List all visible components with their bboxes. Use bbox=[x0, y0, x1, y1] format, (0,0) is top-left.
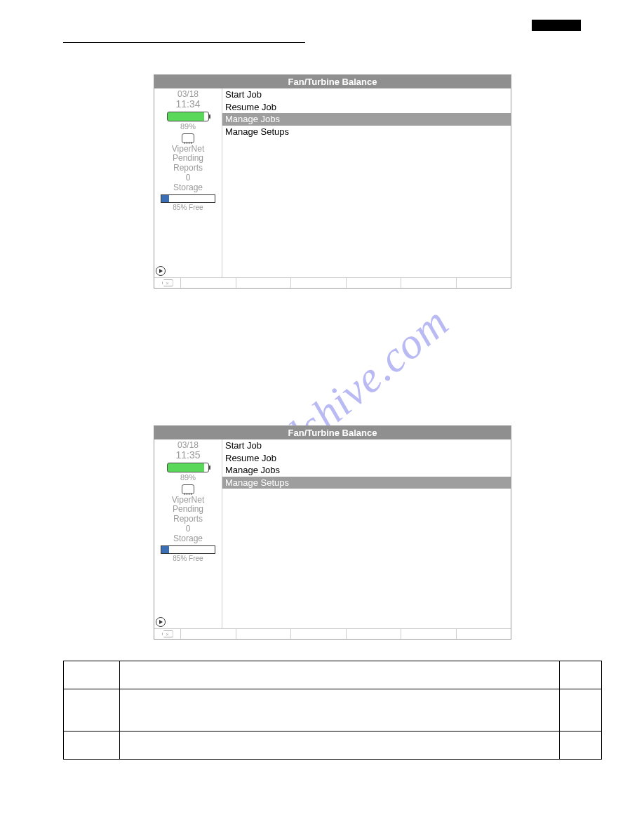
reference-table bbox=[63, 661, 602, 760]
table-row bbox=[64, 689, 602, 732]
page-header-blackbox bbox=[532, 20, 581, 31]
softkey-row: × bbox=[154, 278, 511, 288]
reports-count: 0 bbox=[172, 524, 204, 534]
device-screenshot-1: Fan/Turbine Balance 03/18 11:34 89% Vipe… bbox=[154, 74, 511, 289]
storage-free: 85% Free bbox=[173, 555, 203, 562]
storage-label: Storage bbox=[172, 183, 204, 193]
backspace-icon: × bbox=[162, 630, 173, 637]
backspace-icon: × bbox=[162, 279, 173, 286]
menu-item-manage-setups[interactable]: Manage Setups bbox=[222, 126, 511, 138]
battery-percent: 89% bbox=[180, 473, 196, 482]
softkey-4[interactable] bbox=[347, 629, 402, 639]
ethernet-icon bbox=[182, 133, 194, 143]
main-menu: Start Job Resume Job Manage Jobs Manage … bbox=[222, 439, 511, 628]
softkey-2[interactable] bbox=[236, 629, 292, 639]
softkey-back[interactable]: × bbox=[154, 629, 181, 639]
reports-label: Reports bbox=[172, 515, 204, 524]
reports-label: Reports bbox=[172, 164, 204, 173]
storage-bar bbox=[161, 545, 215, 554]
softkey-4[interactable] bbox=[347, 278, 402, 288]
softkey-3[interactable] bbox=[291, 629, 347, 639]
window-title: Fan/Turbine Balance bbox=[154, 75, 511, 88]
battery-icon bbox=[167, 112, 209, 121]
status-sidebar: 03/18 11:34 89% ViperNet Pending Reports… bbox=[154, 88, 222, 277]
play-icon[interactable] bbox=[156, 266, 166, 276]
table-row bbox=[64, 661, 602, 689]
sidebar-time: 11:34 bbox=[175, 99, 200, 110]
pending-label: Pending bbox=[172, 505, 204, 515]
menu-item-manage-setups[interactable]: Manage Setups bbox=[222, 477, 511, 489]
sidebar-time: 11:35 bbox=[175, 450, 200, 461]
network-status: ViperNet Pending Reports 0 Storage bbox=[172, 496, 204, 544]
softkey-6[interactable] bbox=[457, 278, 511, 288]
battery-percent: 89% bbox=[180, 122, 196, 131]
play-icon[interactable] bbox=[156, 617, 166, 627]
status-sidebar: 03/18 11:35 89% ViperNet Pending Reports… bbox=[154, 439, 222, 628]
softkey-6[interactable] bbox=[457, 629, 511, 639]
reports-count: 0 bbox=[172, 173, 204, 183]
pending-label: Pending bbox=[172, 154, 204, 164]
menu-item-manage-jobs[interactable]: Manage Jobs bbox=[222, 464, 511, 477]
menu-item-resume-job[interactable]: Resume Job bbox=[222, 101, 511, 114]
table-row bbox=[64, 732, 602, 760]
storage-bar bbox=[161, 194, 215, 203]
network-name: ViperNet bbox=[172, 145, 204, 154]
page-header-rule bbox=[63, 42, 305, 43]
storage-label: Storage bbox=[172, 534, 204, 544]
softkey-back[interactable]: × bbox=[154, 278, 181, 288]
device-screenshot-2: Fan/Turbine Balance 03/18 11:35 89% Vipe… bbox=[154, 425, 511, 640]
battery-icon bbox=[167, 463, 209, 472]
softkey-5[interactable] bbox=[401, 629, 457, 639]
window-title: Fan/Turbine Balance bbox=[154, 426, 511, 439]
network-name: ViperNet bbox=[172, 496, 204, 505]
menu-item-start-job[interactable]: Start Job bbox=[222, 88, 511, 101]
softkey-row: × bbox=[154, 629, 511, 639]
menu-item-start-job[interactable]: Start Job bbox=[222, 439, 511, 452]
softkey-1[interactable] bbox=[181, 278, 236, 288]
menu-item-manage-jobs[interactable]: Manage Jobs bbox=[222, 113, 511, 126]
main-menu: Start Job Resume Job Manage Jobs Manage … bbox=[222, 88, 511, 277]
softkey-5[interactable] bbox=[401, 278, 457, 288]
ethernet-icon bbox=[182, 484, 194, 494]
network-status: ViperNet Pending Reports 0 Storage bbox=[172, 145, 204, 193]
softkey-3[interactable] bbox=[291, 278, 347, 288]
softkey-2[interactable] bbox=[236, 278, 292, 288]
softkey-1[interactable] bbox=[181, 629, 236, 639]
menu-item-resume-job[interactable]: Resume Job bbox=[222, 452, 511, 465]
storage-free: 85% Free bbox=[173, 204, 203, 211]
